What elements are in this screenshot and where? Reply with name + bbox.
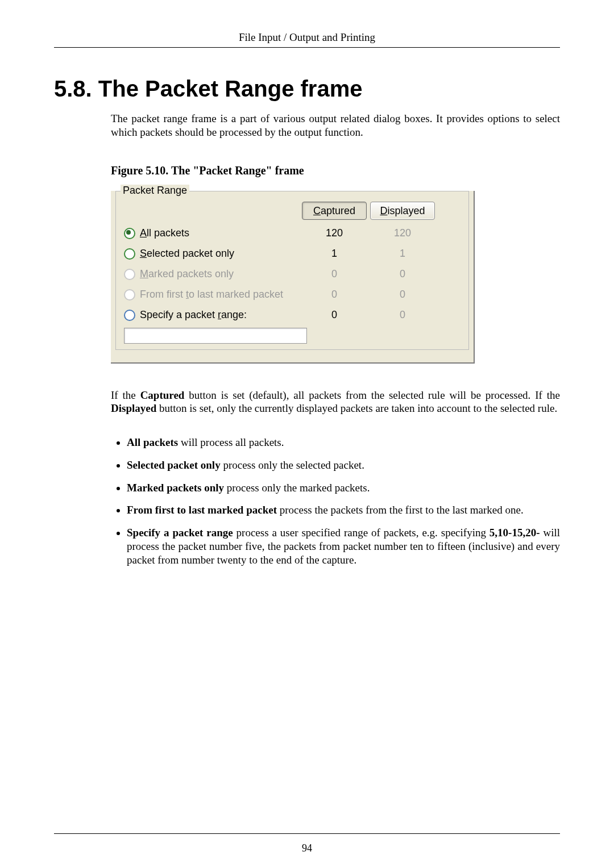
running-header: File Input / Output and Printing	[54, 31, 560, 44]
range-input-row	[116, 326, 468, 344]
footer-rule	[54, 833, 560, 834]
explain-captured-bold: Captured	[140, 389, 185, 401]
packet-range-fieldset: Packet Range Captured Displayed All pack…	[115, 191, 469, 350]
radio-icon[interactable]	[124, 248, 135, 260]
radio-label: Marked packets only	[140, 268, 234, 280]
displayed-value: 0	[368, 309, 437, 321]
captured-value: 120	[300, 227, 368, 239]
packet-range-row-first_to_last: From first to last marked packet00	[116, 285, 468, 305]
bullet-list: All packets will process all packets.Sel…	[111, 436, 560, 566]
bullet-item: Specify a packet range process a user sp…	[127, 526, 560, 566]
displayed-value: 0	[368, 289, 437, 301]
radio-icon[interactable]	[124, 310, 135, 321]
explain-post: button is set, only the currently displa…	[156, 402, 557, 414]
explain-mid: button is set (default), all packets fro…	[184, 389, 560, 401]
displayed-button[interactable]: Displayed	[370, 202, 435, 220]
radio-icon	[124, 269, 135, 280]
bullet-item: Marked packets only process only the mar…	[127, 481, 560, 495]
explain-pre: If the	[111, 389, 140, 401]
radio-option-specify[interactable]: Specify a packet range:	[124, 309, 300, 321]
radio-option-marked: Marked packets only	[124, 268, 300, 280]
captured-value: 0	[300, 309, 368, 321]
bullet-item: All packets will process all packets.	[127, 436, 560, 449]
radio-label: From first to last marked packet	[140, 289, 283, 301]
bullet-item: From first to last marked packet process…	[127, 503, 560, 517]
bullet-item: Selected packet only process only the se…	[127, 458, 560, 472]
explain-paragraph: If the Captured button is set (default),…	[111, 389, 560, 416]
radio-icon	[124, 289, 135, 301]
displayed-value: 120	[368, 227, 437, 239]
packet-range-legend: Packet Range	[121, 185, 189, 197]
page-number: 94	[0, 842, 614, 854]
header-rule	[54, 47, 560, 48]
radio-label: Specify a packet range:	[140, 309, 247, 321]
packet-range-row-selected: Selected packet only11	[116, 244, 468, 264]
radio-option-first_to_last: From first to last marked packet	[124, 289, 300, 301]
radio-option-selected[interactable]: Selected packet only	[124, 248, 300, 260]
displayed-value: 0	[368, 268, 437, 280]
radio-label: Selected packet only	[140, 248, 234, 260]
section-title: 5.8. The Packet Range frame	[54, 76, 560, 102]
captured-value: 0	[300, 289, 368, 301]
packet-range-row-all: All packets120120	[116, 223, 468, 244]
radio-option-all[interactable]: All packets	[124, 227, 300, 239]
packet-range-frame: Packet Range Captured Displayed All pack…	[111, 191, 475, 364]
displayed-value: 1	[368, 248, 437, 260]
captured-value: 0	[300, 268, 368, 280]
column-header-row: Captured Displayed	[116, 198, 468, 223]
packet-range-row-specify: Specify a packet range:00	[116, 305, 468, 326]
section-title-text: The Packet Range frame	[98, 76, 363, 101]
captured-button-cell: Captured	[300, 202, 368, 220]
packet-range-row-marked: Marked packets only00	[116, 264, 468, 285]
captured-value: 1	[300, 248, 368, 260]
section-number: 5.8.	[54, 76, 92, 101]
range-input[interactable]	[124, 328, 307, 344]
page: File Input / Output and Printing 5.8. Th…	[0, 0, 614, 868]
displayed-button-cell: Displayed	[368, 202, 437, 220]
figure-caption: Figure 5.10. The "Packet Range" frame	[111, 164, 560, 177]
intro-paragraph: The packet range frame is a part of vari…	[111, 112, 560, 139]
explain-displayed-bold: Displayed	[111, 402, 156, 414]
packet-range-rows: All packets120120Selected packet only11M…	[116, 223, 468, 326]
captured-button[interactable]: Captured	[302, 202, 367, 220]
radio-icon[interactable]	[124, 228, 135, 239]
radio-label: All packets	[140, 227, 189, 239]
